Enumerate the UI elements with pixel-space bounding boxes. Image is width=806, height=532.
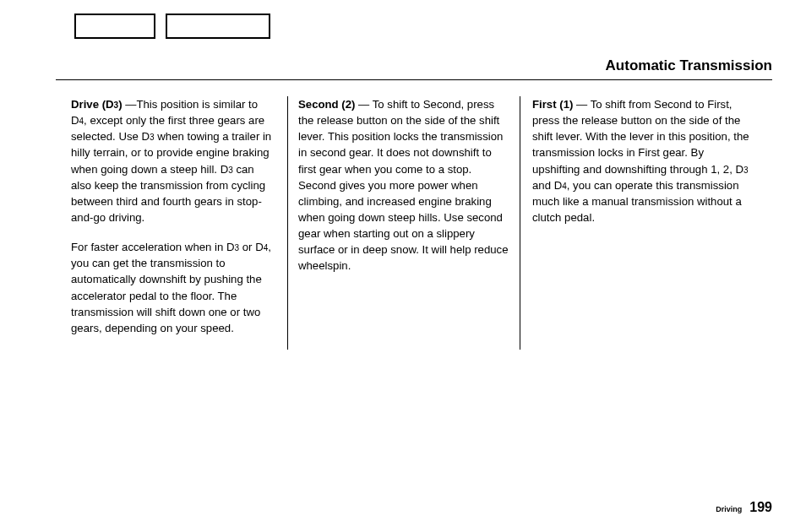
drive-d3-paragraph: Drive (D3) —This position is similar to … [71,96,272,225]
column-1: Drive (D3) —This position is similar to … [71,96,287,350]
lead: First (1) [532,98,573,111]
page-footer: Driving 199 [716,500,772,515]
sub: 3 [743,166,749,175]
nav-box-1[interactable] [74,14,155,39]
nav-boxes [74,14,270,39]
column-2: Second (2) — To shift to Second, press t… [287,96,520,350]
text: For faster acceleration when in D [71,241,235,253]
lead: Drive (D [71,98,114,111]
acceleration-paragraph: For faster acceleration when in D3 or D4… [71,239,272,336]
second-gear-paragraph: Second (2) — To shift to Second, press t… [298,96,509,274]
page-title: Automatic Transmission [606,57,772,74]
lead: Second (2) [298,98,355,111]
section-label: Driving [716,505,742,513]
text: — To shift to Second, press the release … [298,98,509,272]
header-rule [56,79,772,80]
first-gear-paragraph: First (1) — To shift from Second to Firs… [532,96,754,225]
text: and D [532,179,562,192]
content-columns: Drive (D3) —This position is similar to … [71,96,754,350]
nav-box-2[interactable] [166,14,270,39]
text: , you can get the transmission to automa… [71,241,271,334]
page-number: 199 [749,500,772,514]
column-3: First (1) — To shift from Second to Firs… [520,96,754,350]
text: or D [239,241,264,253]
